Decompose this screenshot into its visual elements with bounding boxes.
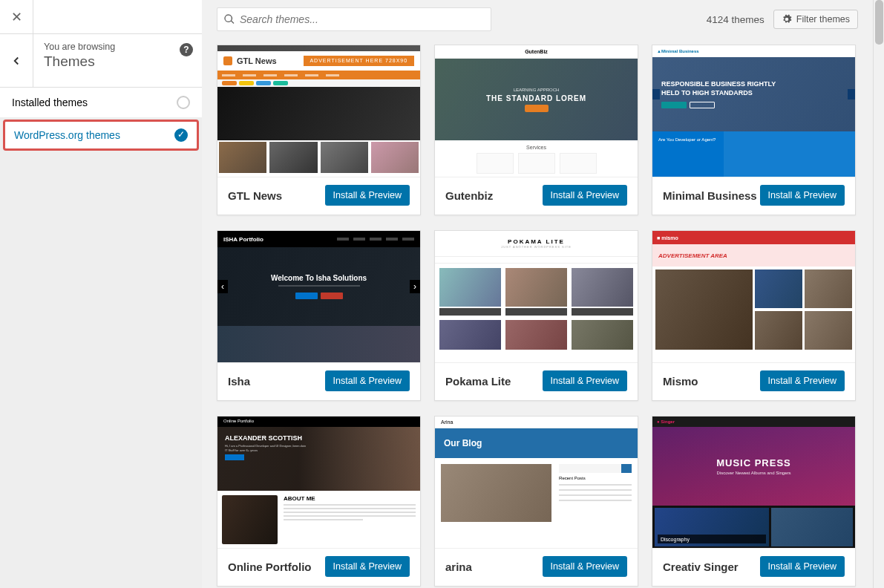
theme-thumbnail: ISHA Portfolio Welcome To Isha Solutions xyxy=(217,231,420,363)
theme-thumbnail: Online Portfolio ALEXANDER SCOTTISHHi, I… xyxy=(217,416,420,549)
install-preview-button[interactable]: Install & Preview xyxy=(325,370,410,391)
install-preview-button[interactable]: Install & Preview xyxy=(760,556,845,577)
install-preview-button[interactable]: Install & Preview xyxy=(760,370,845,391)
install-preview-button[interactable]: Install & Preview xyxy=(325,185,410,206)
theme-thumbnail: ● Singer MUSIC PRESSDiscover Newest Albu… xyxy=(652,416,855,549)
theme-title: Mismo xyxy=(663,375,698,388)
theme-title: Minimal Business xyxy=(663,189,757,202)
theme-thumbnail: POKAMA LITEJUST ANOTHER WORDPRESS SITE xyxy=(435,231,638,363)
install-preview-button[interactable]: Install & Preview xyxy=(325,556,410,577)
theme-card[interactable]: ▲ Minimal Business RESPONSIBLE BUSINESS … xyxy=(652,45,856,215)
theme-thumbnail: GTL NewsADVERTISEMENT HERE 728X90 xyxy=(217,45,420,177)
chevron-left-icon xyxy=(10,54,23,68)
search-wrap xyxy=(217,7,491,31)
theme-card[interactable]: GutenBiz LEARNING APPROCHTHE STANDARD LO… xyxy=(434,45,638,215)
search-input[interactable] xyxy=(240,13,485,25)
install-preview-button[interactable]: Install & Preview xyxy=(760,185,845,206)
install-preview-button[interactable]: Install & Preview xyxy=(543,370,627,391)
theme-title: Gutenbiz xyxy=(445,189,493,202)
scrollbar[interactable]: ▴ xyxy=(873,0,884,588)
sidebar: ✕ You are browsing Themes ? Installed th… xyxy=(0,0,202,588)
theme-title: Pokama Lite xyxy=(445,375,511,388)
theme-title: arina xyxy=(445,561,472,573)
theme-card[interactable]: GTL NewsADVERTISEMENT HERE 728X90 GTL Ne… xyxy=(217,45,421,215)
filter-wordpress-org-themes[interactable]: WordPress.org themes xyxy=(3,120,199,151)
install-preview-button[interactable]: Install & Preview xyxy=(543,556,627,577)
theme-card[interactable]: ■ mismo ADVERTISEMENT AREA Mismo Install… xyxy=(652,230,856,401)
back-button[interactable] xyxy=(0,34,33,87)
browsing-label: You are browsing xyxy=(44,42,191,52)
theme-card[interactable]: Online Portfolio ALEXANDER SCOTTISHHi, I… xyxy=(217,416,421,587)
theme-card[interactable]: ● Singer MUSIC PRESSDiscover Newest Albu… xyxy=(652,416,856,587)
theme-title: GTL News xyxy=(228,189,282,202)
theme-thumbnail: Arina Our Blog Recent Posts xyxy=(435,416,638,549)
toolbar: 4124 themes Filter themes xyxy=(202,0,873,39)
radio-checked-icon xyxy=(174,128,188,142)
main-panel: 4124 themes Filter themes GTL NewsADVERT… xyxy=(202,0,873,588)
theme-card[interactable]: ISHA Portfolio Welcome To Isha Solutions… xyxy=(217,230,421,401)
theme-title: Creativ Singer xyxy=(663,561,739,573)
section-title: Themes xyxy=(44,53,191,70)
themes-count: 4124 themes xyxy=(707,14,765,25)
gear-icon xyxy=(782,14,792,24)
search-icon xyxy=(223,13,235,25)
filter-button-label: Filter themes xyxy=(796,14,850,24)
theme-thumbnail: ▲ Minimal Business RESPONSIBLE BUSINESS … xyxy=(652,45,855,177)
install-preview-button[interactable]: Install & Preview xyxy=(543,185,627,206)
filter-label: Installed themes xyxy=(12,97,88,108)
help-icon[interactable]: ? xyxy=(180,43,193,56)
filter-themes-button[interactable]: Filter themes xyxy=(773,10,858,29)
scrollbar-thumb[interactable] xyxy=(875,0,883,45)
theme-thumbnail: GutenBiz LEARNING APPROCHTHE STANDARD LO… xyxy=(435,45,638,177)
filter-label: WordPress.org themes xyxy=(14,129,120,141)
theme-title: Isha xyxy=(228,375,250,388)
theme-title: Online Portfolio xyxy=(228,561,312,573)
theme-card[interactable]: Arina Our Blog Recent Posts arina Instal… xyxy=(434,416,638,587)
close-button[interactable]: ✕ xyxy=(0,0,33,33)
theme-thumbnail: ■ mismo ADVERTISEMENT AREA xyxy=(652,231,855,363)
filter-installed-themes[interactable]: Installed themes xyxy=(0,88,202,118)
themes-grid: GTL NewsADVERTISEMENT HERE 728X90 GTL Ne… xyxy=(202,39,873,588)
theme-card[interactable]: POKAMA LITEJUST ANOTHER WORDPRESS SITE P… xyxy=(434,230,638,401)
radio-icon xyxy=(177,96,190,109)
